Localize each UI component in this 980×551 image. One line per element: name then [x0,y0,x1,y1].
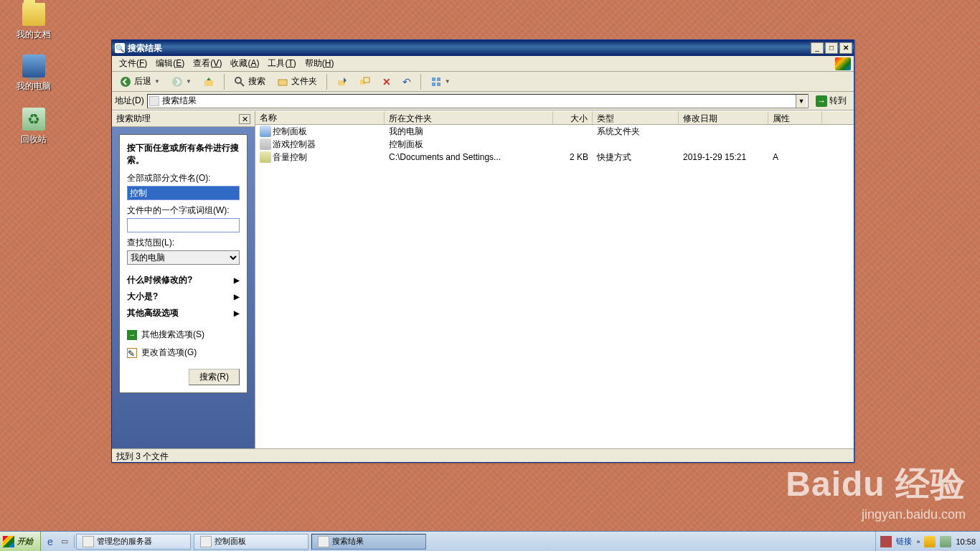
folders-icon [277,76,288,88]
chevron-down-icon: ▼ [186,78,192,85]
folder-icon [22,3,45,26]
address-dropdown[interactable]: ▼ [796,95,806,108]
results-body[interactable]: 控制面板我的电脑系统文件夹游戏控制器控制面板音量控制C:\Documents a… [255,125,854,448]
cell-folder: 我的电脑 [385,126,553,138]
desktop-icon-recycle[interactable]: 回收站 [7,108,60,146]
chevron-right-icon: ▶ [234,276,240,284]
table-row[interactable]: 控制面板我的电脑系统文件夹 [255,125,854,138]
expander-size[interactable]: 大小是?▶ [127,288,240,305]
ql-desktop[interactable]: ▭ [58,535,71,548]
menu-tools[interactable]: 工具(T) [263,56,300,71]
windows-flag-icon [3,536,14,547]
change-preferences[interactable]: ✎ 更改首选项(G) [127,344,240,362]
expander-advanced[interactable]: 其他高级选项▶ [127,305,240,321]
views-button[interactable]: ▼ [425,74,456,90]
go-button[interactable]: → 转到 [811,94,851,108]
chevron-right-icon: ▶ [234,293,240,301]
desktop-icon-documents[interactable]: 我的文档 [7,3,60,41]
column-headers: 名称 所在文件夹 大小 类型 修改日期 属性 [255,111,854,125]
menu-view[interactable]: 查看(V) [189,56,226,71]
search-heading: 按下面任意或所有条件进行搜索。 [127,142,240,166]
close-button[interactable]: ✕ [839,42,852,54]
tray-network-icon[interactable] [940,536,951,547]
table-row[interactable]: 音量控制C:\Documents and Settings...2 KB快捷方式… [255,151,854,164]
col-date[interactable]: 修改日期 [679,111,768,124]
menu-edit[interactable]: 编辑(E) [151,56,189,71]
taskbar: 开始 e ▭ 管理您的服务器控制面板搜索结果 链接 » 10:58 [0,531,980,551]
other-search-options[interactable]: → 其他搜索选项(S) [127,326,240,344]
separator [420,74,421,90]
menu-file[interactable]: 文件(F) [115,56,151,71]
tray-chevron-icon[interactable]: » [916,538,920,545]
taskbar-label: 搜索结果 [332,536,364,547]
move-to-button[interactable] [331,74,353,90]
start-button[interactable]: 开始 [0,532,41,551]
desktop-icon-computer[interactable]: 我的电脑 [7,55,60,93]
tray-ime-icon[interactable] [880,536,892,547]
svg-rect-11 [432,83,435,86]
quick-launch: e ▭ [41,535,75,548]
cell-size: 2 KB [553,152,593,162]
svg-rect-8 [364,77,369,83]
delete-icon: ✕ [382,76,391,88]
col-size[interactable]: 大小 [553,111,593,124]
expander-modified[interactable]: 什么时候修改的?▶ [127,272,240,288]
minimize-button[interactable]: _ [811,42,824,54]
windows-logo-icon [835,57,851,70]
address-icon [149,96,159,106]
system-tray: 链接 » 10:58 [875,532,980,551]
tray-links[interactable]: 链接 [896,536,912,547]
up-folder-icon [203,76,215,88]
desktop-icon: ▭ [61,537,68,546]
titlebar[interactable]: 🔍 搜索结果 _ □ ✕ [112,40,854,56]
col-folder[interactable]: 所在文件夹 [385,111,553,124]
file-icon [260,138,271,150]
delete-button[interactable]: ✕ [377,74,396,90]
taskbar-button[interactable]: 控制面板 [194,534,308,550]
chevron-down-icon: ▼ [154,78,160,85]
copy-to-button[interactable] [354,74,376,90]
up-button[interactable] [198,74,220,90]
search-submit-button[interactable]: 搜索(R) [189,369,240,385]
table-row[interactable]: 游戏控制器控制面板 [255,138,854,151]
address-combo[interactable]: ▼ [147,94,809,108]
svg-line-4 [240,83,244,86]
go-icon: → [816,95,827,107]
search-results-window: 🔍 搜索结果 _ □ ✕ 文件(F) 编辑(E) 查看(V) 收藏(A) 工具(… [111,39,854,463]
back-button[interactable]: 后退 ▼ [115,73,165,90]
forward-button[interactable]: ▼ [166,74,197,90]
filename-label: 全部或部分文件名(O): [127,172,240,184]
search-button[interactable]: 搜索 [229,73,270,90]
tray-clock[interactable]: 10:58 [956,537,976,546]
svg-rect-10 [437,77,440,81]
phrase-input[interactable] [127,218,240,232]
cell-attr: A [768,152,822,162]
taskbar-button[interactable]: 管理您的服务器 [76,534,191,550]
folders-button[interactable]: 文件夹 [272,73,322,90]
cell-folder: 控制面板 [385,138,553,151]
search-icon [234,76,245,88]
sidebar-close-button[interactable]: ✕ [239,114,250,124]
copy-to-icon [359,76,371,88]
computer-icon [22,55,45,77]
taskbar-button[interactable]: 搜索结果 [311,534,426,550]
col-name[interactable]: 名称 [255,111,385,124]
menu-help[interactable]: 帮助(H) [301,56,339,71]
cell-type: 快捷方式 [593,151,679,164]
filename-input[interactable] [127,186,240,200]
undo-button[interactable]: ↶ [397,74,416,90]
file-icon [260,151,271,163]
lookin-select[interactable]: 我的电脑 [127,250,240,265]
back-icon [120,76,131,88]
maximize-button[interactable]: □ [825,42,838,54]
menu-favorites[interactable]: 收藏(A) [226,56,263,71]
cell-name: 游戏控制器 [273,138,316,151]
col-attr[interactable]: 属性 [768,111,822,124]
undo-icon: ↶ [402,76,411,88]
address-input[interactable] [162,96,796,106]
svg-rect-9 [432,77,435,81]
tray-shield-icon[interactable] [924,536,936,547]
col-type[interactable]: 类型 [593,111,679,124]
ql-ie[interactable]: e [44,535,57,548]
statusbar: 找到 3 个文件 [112,448,854,462]
